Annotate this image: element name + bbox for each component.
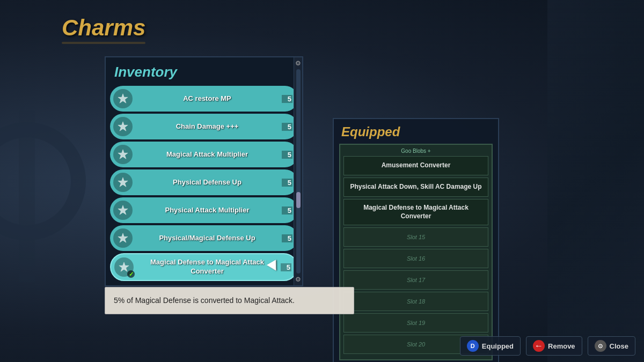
equipped-panel: Equipped Goo Blobs + Amusement Converter…	[333, 118, 499, 362]
charm-icon	[113, 228, 133, 248]
scroll-down-arrow[interactable]: ⚙	[295, 276, 301, 283]
equipped-slot-5: Slot 17	[343, 270, 488, 290]
charm-name: Physical Attack Multiplier	[133, 206, 282, 215]
bottom-btn-0[interactable]: DEquipped	[460, 336, 521, 356]
bottom-btn-1[interactable]: ←Remove	[526, 336, 582, 356]
equipped-slot-text: Amusement Converter	[382, 161, 451, 170]
charm-name: Magical Defense to Magical Attack Conver…	[134, 258, 281, 276]
charm-icon	[114, 257, 134, 277]
btn-label-0: Equipped	[482, 342, 514, 350]
empty-slot-text: Slot 17	[407, 277, 425, 283]
charm-name: Physical Defense Up	[133, 178, 282, 187]
charm-name: AC restore MP	[133, 94, 282, 104]
charm-icon	[113, 201, 133, 220]
scroll-up-arrow[interactable]: ⚙	[295, 60, 301, 67]
equipped-slots-container: Amusement ConverterPhysical Attack Down,…	[343, 156, 488, 354]
bottom-btn-2[interactable]: ⊙Close	[588, 336, 635, 356]
charm-count: 5	[282, 206, 292, 215]
empty-slot-text: Slot 18	[407, 298, 425, 305]
btn-key-2: ⊙	[595, 340, 606, 352]
scroll-track	[296, 69, 301, 274]
equipped-slot-7: Slot 19	[343, 313, 488, 333]
empty-slot-text: Slot 16	[407, 255, 425, 262]
charm-icon	[113, 117, 133, 136]
inventory-scrollbar[interactable]: ⚙ ⚙	[294, 57, 302, 285]
empty-slot-text: Slot 19	[407, 320, 425, 326]
inventory-item-5[interactable]: Physical/Magical Defense Up5	[110, 225, 298, 251]
scroll-thumb	[296, 192, 301, 208]
equipped-inner: Goo Blobs + Amusement ConverterPhysical …	[339, 144, 493, 360]
equipped-slot-1[interactable]: Physical Attack Down, Skill AC Damage Up	[343, 178, 488, 197]
inventory-item-1[interactable]: Chain Damage +++5	[110, 114, 298, 139]
charm-icon	[113, 145, 133, 164]
charm-count: 5	[282, 151, 292, 159]
tooltip-text: 5% of Magical Defense is converted to Ma…	[114, 295, 345, 306]
bg-pipe-decoration	[547, 0, 644, 362]
equipped-slot-text: Magical Defense to Magical Attack Conver…	[349, 204, 482, 220]
inventory-item-4[interactable]: Physical Attack Multiplier5	[110, 197, 298, 223]
equipped-slot-text: Physical Attack Down, Skill AC Damage Up	[350, 183, 481, 191]
goo-blobs-label: Goo Blobs +	[343, 148, 488, 154]
inventory-panel: Inventory AC restore MP5Chain Damage +++…	[105, 56, 303, 286]
inventory-list: AC restore MP5Chain Damage +++5Magical A…	[106, 86, 302, 281]
charm-count: 5	[282, 179, 292, 187]
charm-count: 5	[282, 234, 292, 242]
bottom-button-bar: DEquipped←Remove⊙Close	[460, 336, 635, 356]
btn-label-1: Remove	[548, 342, 575, 350]
btn-label-2: Close	[610, 342, 628, 350]
charm-name: Physical/Magical Defense Up	[133, 234, 282, 243]
charm-icon	[113, 89, 133, 108]
charm-count: 5	[282, 95, 292, 103]
inventory-item-0[interactable]: AC restore MP5	[110, 86, 298, 112]
equipped-slot-2[interactable]: Magical Defense to Magical Attack Conver…	[343, 199, 488, 225]
btn-key-0: D	[467, 340, 479, 352]
inventory-title: Inventory	[106, 57, 302, 86]
equipped-title: Equipped	[334, 119, 498, 144]
equipped-slot-0[interactable]: Amusement Converter	[343, 156, 488, 175]
inventory-item-2[interactable]: Magical Attack Multiplier5	[110, 142, 298, 167]
inventory-item-3[interactable]: Physical Defense Up5	[110, 169, 298, 195]
equipped-slot-3: Slot 15	[343, 227, 488, 247]
empty-slot-text: Slot 20	[407, 341, 425, 348]
equipped-slot-6: Slot 18	[343, 292, 488, 311]
charm-count: 5	[281, 263, 291, 271]
btn-key-1: ←	[533, 340, 545, 352]
charm-name: Magical Attack Multiplier	[133, 150, 282, 159]
charm-name: Chain Damage +++	[133, 122, 282, 131]
charm-count: 5	[282, 123, 292, 131]
equipped-slot-4: Slot 16	[343, 249, 488, 268]
empty-slot-text: Slot 15	[407, 234, 425, 240]
charm-icon	[113, 173, 133, 192]
charm-tooltip: 5% of Magical Defense is converted to Ma…	[105, 287, 354, 314]
page-title: Charms	[62, 15, 145, 44]
